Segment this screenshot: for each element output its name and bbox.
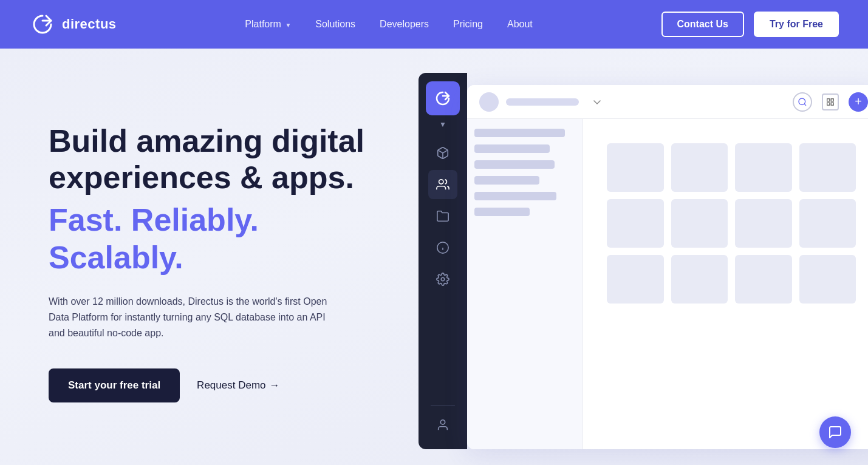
contact-us-button[interactable]: Contact Us — [661, 12, 744, 37]
sidebar-item-users — [428, 170, 457, 199]
sidebar-dropdown-icon: ▼ — [439, 120, 446, 129]
start-trial-button[interactable]: Start your free trial — [49, 368, 180, 402]
svg-point-1 — [439, 180, 443, 184]
request-demo-link[interactable]: Request Demo → — [197, 379, 279, 392]
sidebar-item-settings — [428, 265, 457, 294]
search-icon — [793, 92, 812, 112]
svg-point-6 — [440, 420, 445, 424]
nav-solutions[interactable]: Solutions — [315, 19, 355, 30]
app-mockup-visual: ▼ — [419, 73, 868, 449]
list-row-4 — [474, 176, 539, 185]
nav-developers[interactable]: Developers — [380, 19, 429, 30]
sidebar-item-cube — [428, 138, 457, 168]
app-mockup: ▼ — [419, 73, 868, 449]
svg-rect-11 — [831, 103, 833, 105]
mockup-title-bar — [506, 98, 579, 106]
grid-cell-9 — [607, 255, 664, 304]
hero-content: Build amazing digital experiences & apps… — [49, 111, 389, 402]
hero-description: With over 12 million downloads, Directus… — [49, 294, 340, 342]
logo[interactable]: directus — [29, 11, 117, 38]
try-for-free-button[interactable]: Try for Free — [754, 12, 839, 37]
grid-cell-7 — [735, 199, 792, 248]
mockup-grid — [595, 131, 868, 372]
list-row-1 — [474, 129, 565, 137]
list-row-6 — [474, 208, 530, 216]
hero-subheadline: Fast. Reliably. Scalably. — [49, 201, 389, 277]
chat-button[interactable] — [819, 416, 851, 448]
svg-point-7 — [799, 98, 805, 105]
mockup-sidebar: ▼ — [419, 73, 467, 449]
nav-pricing[interactable]: Pricing — [453, 19, 483, 30]
grid-cell-5 — [607, 199, 664, 248]
add-icon: + — [849, 92, 868, 112]
mockup-avatar — [479, 92, 499, 112]
mockup-main-content: + — [467, 85, 868, 449]
sidebar-divider — [431, 405, 455, 406]
sidebar-bottom — [428, 410, 457, 449]
grid-cell-12 — [799, 255, 856, 304]
svg-rect-8 — [827, 98, 830, 101]
logo-text: directus — [62, 16, 117, 32]
nav-links: Platform ▼ Solutions Developers Pricing … — [245, 19, 532, 30]
grid-icon — [822, 93, 839, 110]
mockup-grid-area — [583, 119, 868, 449]
mockup-topbar: + — [467, 85, 868, 119]
grid-cell-4 — [799, 143, 856, 192]
list-row-2 — [474, 144, 550, 153]
grid-cell-3 — [735, 143, 792, 192]
grid-cell-8 — [799, 199, 856, 248]
svg-rect-9 — [831, 98, 833, 101]
svg-point-5 — [441, 277, 445, 281]
grid-cell-6 — [671, 199, 728, 248]
grid-cell-10 — [671, 255, 728, 304]
navbar: directus Platform ▼ Solutions Developers… — [0, 0, 868, 49]
mockup-logo-box — [426, 81, 460, 115]
arrow-icon: → — [270, 379, 280, 392]
mockup-list-panel — [467, 119, 583, 449]
list-row-3 — [474, 160, 555, 169]
hero-headline: Build amazing digital experiences & apps… — [49, 123, 389, 196]
hero-cta: Start your free trial Request Demo → — [49, 368, 389, 402]
grid-cell-11 — [735, 255, 792, 304]
sidebar-item-user-profile — [428, 410, 457, 440]
sidebar-nav-items — [419, 134, 467, 400]
svg-rect-10 — [827, 103, 830, 105]
navbar-actions: Contact Us Try for Free — [661, 12, 839, 37]
nav-about[interactable]: About — [507, 19, 533, 30]
chevron-down-icon: ▼ — [285, 22, 291, 29]
sidebar-item-folder — [428, 202, 457, 231]
nav-platform[interactable]: Platform ▼ — [245, 19, 291, 30]
mockup-dropdown-arrow — [593, 97, 601, 107]
hero-section: Build amazing digital experiences & apps… — [0, 49, 868, 465]
grid-cell-2 — [671, 143, 728, 192]
grid-cell-1 — [607, 143, 664, 192]
list-row-5 — [474, 192, 556, 200]
sidebar-item-info — [428, 233, 457, 262]
mockup-topbar-icons: + — [793, 92, 868, 112]
